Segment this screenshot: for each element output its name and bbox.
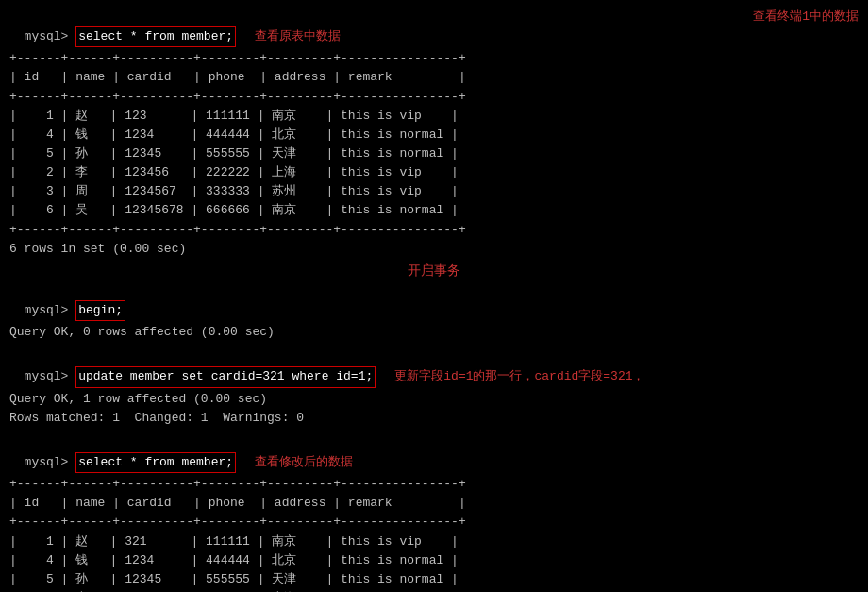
rows-matched: Rows matched: 1 Changed: 1 Warnings: 0 — [9, 409, 859, 428]
table2-sep-top: +------+------+----------+--------+-----… — [9, 475, 859, 494]
comment-top-left: 查看原表中数据 — [255, 29, 341, 43]
prompt2: mysql> — [25, 303, 76, 317]
ok-update: Query OK, 1 row affected (0.00 sec) — [9, 390, 859, 409]
table2-header: | id | name | cardid | phone | address |… — [9, 494, 859, 513]
prompt3: mysql> — [25, 369, 76, 383]
table1-sep-top: +------+------+----------+--------+-----… — [9, 49, 859, 68]
query2-line: mysql> begin; — [9, 281, 859, 321]
comment-top-right: 查看终端1中的数据 — [753, 8, 859, 25]
cmd-box-3: update member set cardid=321 where id=1; — [75, 366, 376, 387]
cmd-box-2: begin; — [75, 300, 125, 321]
ok-begin: Query OK, 0 rows affected (0.00 sec) — [9, 323, 859, 342]
table2-row-1: | 1 | 赵 | 321 | 111111 | 南京 | this is vi… — [9, 533, 859, 551]
prompt1: mysql> — [25, 29, 76, 43]
cmd-box-1: select * from member; — [75, 26, 236, 47]
query1-line: mysql> select * from member;查看原表中数据 — [9, 8, 859, 47]
table1-sep-mid: +------+------+----------+--------+-----… — [9, 88, 859, 107]
query4-line: mysql> select * from member;查看修改后的数据 — [9, 433, 859, 473]
query3-line: mysql> update member set cardid=321 wher… — [9, 347, 859, 387]
table1-row-1: | 1 | 赵 | 123 | 111111 | 南京 | this is vi… — [9, 107, 859, 126]
table1-row-4: | 2 | 李 | 123456 | 222222 | 上海 | this is… — [9, 163, 859, 182]
table1: +------+------+----------+--------+-----… — [9, 49, 859, 259]
table2-row-2: | 4 | 钱 | 1234 | 444444 | 北京 | this is n… — [9, 551, 859, 570]
table1-row-2: | 4 | 钱 | 1234 | 444444 | 北京 | this is n… — [9, 126, 859, 144]
table1-row-6: | 6 | 吴 | 12345678 | 666666 | 南京 | this … — [9, 201, 859, 220]
prompt4: mysql> — [25, 455, 76, 469]
table1-row-3: | 5 | 孙 | 12345 | 555555 | 天津 | this is … — [9, 144, 859, 163]
comment-update: 更新字段id=1的那一行，cardid字段=321， — [394, 369, 644, 383]
table2-row-3: | 5 | 孙 | 12345 | 555555 | 天津 | this is … — [9, 570, 859, 589]
comment-begin: 开启事务 — [9, 262, 859, 279]
table1-header: | id | name | cardid | phone | address |… — [9, 68, 859, 87]
table1-sep-bot: +------+------+----------+--------+-----… — [9, 221, 859, 240]
table1-footer: 6 rows in set (0.00 sec) — [9, 240, 859, 259]
comment-select2: 查看修改后的数据 — [255, 455, 353, 469]
cmd-box-4: select * from member; — [75, 452, 236, 473]
table2: +------+------+----------+--------+-----… — [9, 475, 859, 592]
table1-row-5: | 3 | 周 | 1234567 | 333333 | 苏州 | this i… — [9, 182, 859, 201]
table2-sep-mid: +------+------+----------+--------+-----… — [9, 513, 859, 532]
